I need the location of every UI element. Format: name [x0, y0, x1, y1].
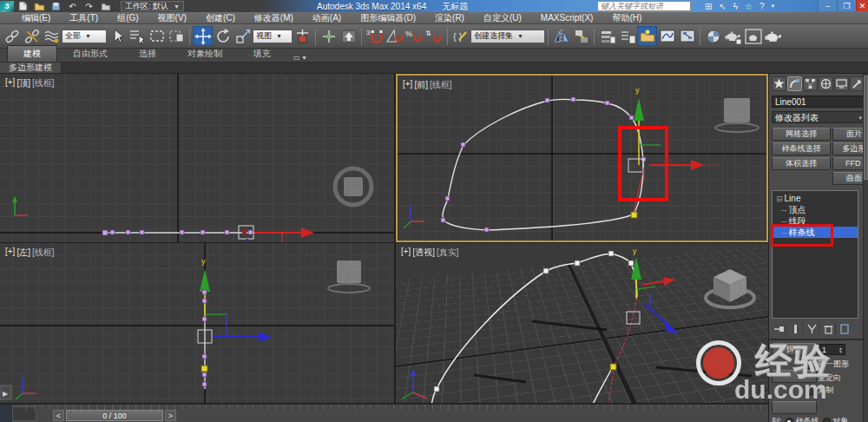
menu-graph-editors[interactable]: 图形编辑器(D)	[351, 12, 425, 24]
curve-editor-icon[interactable]	[657, 26, 677, 46]
gizmo-x-arrow[interactable]	[642, 277, 675, 286]
viewport-menu-view[interactable]: [顶]	[16, 77, 30, 89]
gizmo-y-arrow[interactable]: y	[631, 247, 641, 299]
help-caret-icon[interactable]: ▾	[772, 3, 775, 10]
divide-count-spinner[interactable]: 1 ▲▼	[819, 344, 845, 355]
viewport-top[interactable]: [+] [顶] [线框]	[0, 74, 394, 242]
select-and-scale-icon[interactable]	[233, 26, 253, 46]
gizmo-x-arrow[interactable]	[254, 227, 314, 238]
unlink-selection-icon[interactable]	[22, 26, 42, 46]
spinner-snap-toggle-icon[interactable]: ⇅	[424, 26, 444, 46]
menu-animation[interactable]: 动画(A)	[303, 12, 351, 24]
viewport-left-canvas[interactable]: y ▶	[0, 243, 394, 403]
viewport-menu-view[interactable]: [前]	[414, 79, 428, 91]
modify-tab-icon[interactable]	[787, 76, 802, 91]
render-production-icon[interactable]	[763, 26, 783, 46]
viewport-menu-plus[interactable]: [+]	[401, 247, 411, 259]
explode-button[interactable]	[772, 401, 817, 414]
select-and-manipulate-icon[interactable]	[319, 26, 339, 46]
detach-button[interactable]	[772, 370, 817, 383]
layer-manager-icon[interactable]	[597, 26, 617, 46]
ribbon-tab-populate[interactable]: 填充	[238, 46, 286, 62]
divide-button[interactable]: 拆分	[772, 343, 817, 356]
modifier-list-dropdown[interactable]: 修改器列表▾	[772, 111, 865, 123]
menu-modifiers[interactable]: 修改器(M)	[245, 12, 303, 24]
named-selection-sets-dropdown[interactable]: 创建选择集▼	[470, 30, 545, 43]
viewport-left[interactable]: [+] [左] [线框] y	[0, 243, 394, 403]
help-icon[interactable]: ?	[760, 2, 765, 11]
gizmo-y-arrow[interactable]	[241, 239, 253, 242]
viewport-front-active[interactable]: [+] [前] [线框] y	[396, 74, 768, 242]
spinner-arrows-icon[interactable]: ▲▼	[838, 346, 843, 353]
make-unique-icon[interactable]	[805, 322, 819, 335]
selection-filter-dropdown[interactable]: 全部▼	[62, 30, 107, 43]
stack-item-line[interactable]: ⊟Line	[773, 193, 858, 204]
mirror-icon[interactable]	[551, 26, 571, 46]
object-name-field[interactable]: Line001	[772, 96, 865, 108]
rectangular-selection-region-icon[interactable]	[147, 26, 167, 46]
gizmo-z-arrow[interactable]	[644, 304, 679, 333]
favorites-star-icon[interactable]: ☆	[745, 2, 753, 11]
open-file-icon[interactable]	[33, 1, 46, 11]
ribbon-tab-object-paint[interactable]: 对象绘制	[172, 46, 238, 62]
reference-coordinate-dropdown[interactable]: 视图▼	[253, 30, 293, 43]
snap-toggle-3d-icon[interactable]: 3	[365, 26, 385, 46]
scene-explorer-icon[interactable]	[617, 26, 637, 46]
menu-help[interactable]: 帮助(H)	[602, 12, 651, 24]
viewport-menu-shading[interactable]: [线框]	[32, 77, 55, 89]
align-icon[interactable]	[571, 26, 591, 46]
ribbon-minimize-icon[interactable]: ▭	[293, 54, 300, 62]
previous-frame-button[interactable]: <	[53, 410, 64, 421]
select-and-move-icon[interactable]	[193, 26, 213, 46]
ribbon-panel-polygon-modeling[interactable]: 多边形建模	[0, 63, 62, 73]
edit-named-selection-sets-icon[interactable]: { }	[450, 26, 470, 46]
select-object-icon[interactable]	[107, 26, 127, 46]
menu-maxscript[interactable]: MAXScript(X)	[531, 13, 603, 23]
rendered-frame-window-icon[interactable]	[743, 26, 763, 46]
menu-create[interactable]: 创建(C)	[196, 12, 245, 24]
motion-tab-icon[interactable]	[819, 76, 833, 91]
menu-group[interactable]: 组(G)	[108, 12, 148, 24]
time-slider[interactable]: 0 / 100	[66, 410, 163, 421]
3dsmax-logo-icon[interactable]: 3	[0, 1, 14, 12]
workspace-dropdown[interactable]: 工作区: 默认▼	[121, 1, 184, 11]
percent-snap-toggle-icon[interactable]: %	[404, 26, 424, 46]
render-setup-icon[interactable]	[723, 26, 743, 46]
display-tab-icon[interactable]	[834, 76, 849, 91]
communication-icon[interactable]: ↖	[719, 2, 726, 11]
menu-tools[interactable]: 工具(T)	[60, 12, 108, 24]
viewport-menu-view[interactable]: [透视]	[412, 247, 435, 259]
viewport-front-canvas[interactable]: y	[398, 76, 768, 242]
help-search-input[interactable]	[597, 1, 691, 11]
close-button[interactable]: ✕	[856, 0, 868, 11]
configure-modifier-sets-icon[interactable]	[838, 322, 852, 335]
volume-select-button[interactable]: 体积选择	[772, 157, 831, 170]
viewcube[interactable]	[706, 269, 754, 307]
schematic-view-icon[interactable]	[677, 26, 697, 46]
ribbon-tab-modeling[interactable]: 建模	[7, 45, 57, 62]
to-objects-radio[interactable]: 对象	[823, 416, 849, 422]
chevron-down-icon[interactable]: ▾	[303, 54, 306, 62]
gizmo-x-arrow[interactable]	[212, 332, 272, 342]
select-and-rotate-icon[interactable]	[213, 26, 233, 46]
hierarchy-tab-icon[interactable]	[803, 76, 818, 91]
remove-modifier-icon[interactable]	[821, 322, 836, 335]
subscription-icon[interactable]: ϟ	[733, 2, 738, 11]
ribbon-tab-selection[interactable]: 选择	[123, 46, 172, 62]
same-shape-checkbox[interactable]: ✓同一图形	[806, 359, 849, 370]
bind-to-space-warp-icon[interactable]	[42, 26, 62, 46]
material-editor-icon[interactable]	[703, 26, 723, 46]
mesh-select-button[interactable]: 网格选择	[772, 128, 831, 141]
copy-checkbox[interactable]: 复制	[806, 385, 868, 396]
project-folder-icon[interactable]	[99, 1, 112, 11]
ribbon-tab-freeform[interactable]: 自由形式	[57, 46, 123, 62]
viewcube[interactable]	[328, 260, 370, 293]
use-pivot-point-icon[interactable]	[293, 26, 312, 46]
spline-select-button[interactable]: 样条线选择	[772, 142, 831, 155]
viewport-menu-plus[interactable]: [+]	[5, 247, 15, 259]
viewport-top-canvas[interactable]	[0, 74, 394, 242]
panel-scrollbar[interactable]	[863, 74, 868, 422]
menu-rendering[interactable]: 渲染(R)	[425, 12, 474, 24]
viewport-menu-plus[interactable]: [+]	[403, 79, 412, 91]
select-by-name-icon[interactable]	[127, 26, 147, 46]
